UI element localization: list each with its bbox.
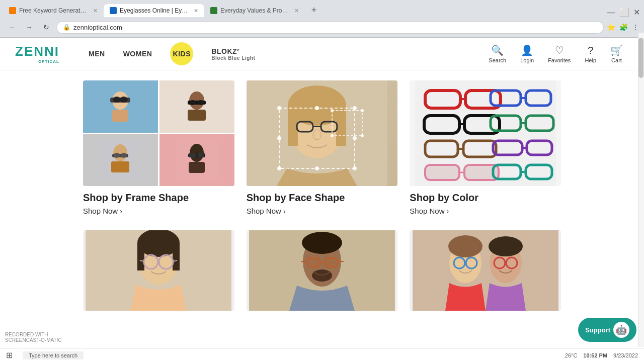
search-icon: 🔍 [491, 44, 504, 56]
svg-point-43 [331, 109, 334, 112]
color-chevron-icon: › [447, 207, 449, 215]
help-icon: ? [588, 45, 593, 56]
search-action[interactable]: 🔍 Search [482, 41, 512, 66]
restore-button[interactable]: ⬜ [619, 8, 629, 17]
tab-close-1[interactable]: ✕ [93, 8, 98, 14]
svg-rect-86 [325, 258, 338, 267]
collage-cell-1 [83, 80, 158, 133]
forward-button[interactable]: → [22, 20, 36, 34]
color-card[interactable]: Shop by Color Shop Now › [410, 80, 561, 215]
frame-shape-shop-now-label: Shop Now [83, 207, 118, 215]
bookmark-icon[interactable]: ⭐ [607, 23, 615, 31]
scrollbar-thumb[interactable] [638, 38, 643, 78]
tab-promo[interactable]: Everyday Values & Promo Code... ✕ [204, 4, 305, 17]
svg-point-44 [361, 109, 364, 112]
frame-shape-card[interactable]: Shop by Frame Shape Shop Now › [83, 80, 234, 215]
svg-rect-23 [189, 162, 205, 173]
face-shape-card[interactable]: Shop by Face Shape Shop Now › [247, 80, 398, 215]
tab-label-1: Free Keyword Generator Tool: F... [19, 7, 88, 14]
date-display: 9/23/2022 [613, 352, 638, 358]
url-text: zennioptical.com [73, 24, 597, 31]
close-browser-button[interactable]: ✕ [633, 8, 640, 17]
watermark-line2: SCREENCAST-O-MATIC [5, 337, 62, 343]
cart-icon: 🛒 [610, 44, 623, 56]
nav-women[interactable]: WOMEN [114, 45, 162, 63]
svg-point-35 [353, 106, 357, 110]
cart-action[interactable]: 🛒 Cart [604, 41, 629, 66]
svg-point-22 [197, 153, 204, 158]
support-avatar: 🤖 [613, 322, 629, 338]
tab-favicon-3 [210, 7, 217, 14]
nav-blokz[interactable]: BLOKZ² Block Blue Light [202, 42, 264, 66]
bottom-grid [83, 230, 561, 311]
svg-rect-91 [413, 230, 558, 311]
nav-kids[interactable]: KIDS [161, 38, 202, 70]
website: ZENNIOPTICAL MEN WOMEN KIDS BLOKZ² Block… [0, 38, 644, 362]
tab-keyword[interactable]: Free Keyword Generator Tool: F... ✕ [3, 4, 104, 17]
product-grid: Shop by Frame Shape Shop Now › [83, 80, 561, 215]
frame-shape-chevron-icon: › [120, 207, 122, 215]
kids-bottom-card[interactable] [410, 230, 561, 311]
time-display: 10:52 PM [583, 352, 607, 358]
frame-shape-image [83, 80, 234, 186]
women-image [83, 230, 234, 311]
color-shop-now-label: Shop Now [410, 207, 444, 215]
back-button[interactable]: ← [5, 20, 19, 34]
url-bar[interactable]: 🔒 zennioptical.com [56, 21, 604, 34]
help-action[interactable]: ? Help [579, 42, 602, 66]
watermark-line1: RECORDED WITH [5, 332, 62, 337]
svg-rect-76 [173, 243, 180, 270]
tab-favicon-1 [9, 7, 16, 14]
kids-circle[interactable]: KIDS [170, 42, 193, 65]
support-button[interactable]: Support 🤖 [578, 318, 636, 342]
tab-close-2[interactable]: ✕ [194, 8, 198, 14]
status-bar: ⊞ Type here to search 26°C 10:52 PM 9/23… [0, 348, 644, 362]
color-shop-now[interactable]: Shop Now › [410, 207, 561, 215]
support-label: Support [585, 326, 610, 334]
svg-point-46 [361, 134, 364, 137]
svg-point-39 [277, 136, 281, 140]
tab-close-3[interactable]: ✕ [294, 8, 299, 14]
svg-rect-66 [425, 165, 459, 180]
svg-point-16 [121, 153, 127, 158]
blokz-sub: Block Blue Light [211, 55, 255, 61]
heart-icon: ♡ [555, 44, 564, 56]
women-bottom-card[interactable] [83, 230, 234, 311]
frame-shape-shop-now[interactable]: Shop Now › [83, 207, 234, 215]
nav-links: MEN WOMEN KIDS BLOKZ² Block Blue Light [79, 38, 264, 70]
tab-zenni[interactable]: Eyeglasses Online | Eyewear fo... ✕ [104, 4, 204, 17]
nav-men[interactable]: MEN [79, 45, 114, 63]
main-content: Shop by Frame Shape Shop Now › [0, 70, 644, 362]
logo-sub: OPTICAL [15, 59, 59, 64]
tab-controls: — ⬜ ✕ [607, 8, 644, 17]
kids-image [410, 230, 561, 311]
new-tab-button[interactable]: + [307, 3, 321, 17]
svg-rect-85 [307, 258, 320, 267]
svg-rect-5 [112, 110, 128, 122]
scrollbar-track [638, 38, 644, 347]
collage-cell-4 [159, 134, 234, 187]
login-label: Login [520, 57, 534, 63]
svg-point-9 [189, 100, 196, 105]
tab-favicon-2 [110, 7, 117, 14]
face-shape-shop-now[interactable]: Shop Now › [247, 207, 398, 215]
settings-icon[interactable]: ⋮ [632, 23, 639, 31]
favorites-action[interactable]: ♡ Favorites [542, 41, 577, 66]
extensions-icon[interactable]: 🧩 [619, 23, 628, 31]
lock-icon: 🔒 [63, 24, 70, 31]
svg-point-13 [113, 144, 127, 161]
logo[interactable]: ZENNIOPTICAL [15, 44, 59, 64]
svg-point-19 [190, 144, 204, 162]
taskbar-start[interactable]: ⊞ [6, 350, 13, 360]
refresh-button[interactable]: ↻ [39, 20, 53, 34]
taskbar-search[interactable]: Type here to search [23, 351, 84, 359]
minimize-button[interactable]: — [607, 8, 615, 17]
face-shape-chevron-icon: › [283, 207, 286, 215]
svg-point-15 [114, 153, 120, 158]
login-action[interactable]: 👤 Login [514, 41, 540, 66]
color-image [410, 80, 561, 186]
login-icon: 👤 [521, 44, 533, 56]
men-bottom-card[interactable] [247, 230, 398, 311]
svg-rect-75 [137, 243, 144, 270]
svg-point-3 [113, 97, 121, 103]
